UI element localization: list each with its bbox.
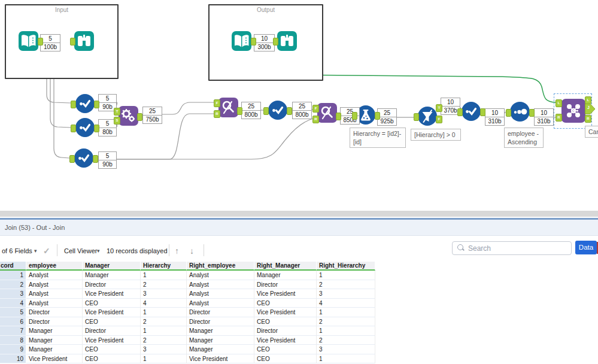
table-cell[interactable]: Vice President [26,354,83,364]
chevron-down-icon[interactable]: ▾ [34,244,37,257]
table-cell[interactable]: Vice President [83,308,141,317]
table-cell[interactable]: Manager [187,345,254,354]
table-cell[interactable]: Analyst [26,280,83,290]
input-anchor-r[interactable]: R [214,110,220,118]
table-cell[interactable]: 2 [317,336,375,345]
table-cell[interactable]: Manager [26,345,83,354]
tool-browse-1[interactable] [74,31,94,51]
input-anchor-f[interactable]: F [312,105,319,113]
input-anchor[interactable] [263,107,269,115]
record-number-cell[interactable]: 2 [0,280,26,290]
table-cell[interactable]: 3 [141,289,187,299]
fields-dropdown[interactable]: of 6 Fields [2,244,32,257]
table-cell[interactable]: 4 [317,299,375,308]
table-cell[interactable]: CEO [83,317,141,327]
table-cell[interactable]: Analyst [187,299,254,308]
table-cell[interactable]: 4 [141,299,187,308]
table-cell[interactable]: 1 [317,326,375,336]
table-cell[interactable]: Vice President [254,336,317,345]
input-anchor[interactable] [506,109,511,117]
table-cell[interactable]: Manager [83,271,141,280]
output-anchor[interactable] [94,101,99,108]
output-anchor[interactable] [375,112,380,120]
column-header[interactable]: Right_employee [187,262,254,271]
down-arrow-icon[interactable]: ↓ [190,244,194,257]
table-cell[interactable]: Director [254,326,317,336]
table-cell[interactable]: CEO [83,299,141,308]
table-cell[interactable]: Director [187,308,254,317]
tool-select-3[interactable] [74,148,93,168]
output-anchor[interactable] [287,107,292,115]
table-cell[interactable]: 3 [317,289,375,299]
record-number-cell[interactable]: 8 [0,336,26,345]
tool-browse-2[interactable] [277,31,297,51]
tool-filter[interactable] [418,107,437,126]
input-anchor[interactable] [71,101,76,108]
record-number-cell[interactable]: 7 [0,326,26,336]
output-anchor[interactable] [137,113,142,121]
tool-append-fields[interactable] [119,106,138,126]
tool-select-4[interactable] [268,101,287,120]
output-anchor[interactable] [251,38,256,46]
table-cell[interactable]: 1 [141,308,187,317]
table-cell[interactable]: Vice President [254,289,317,299]
column-header[interactable]: Right_Hierarchy [317,262,375,271]
record-number-cell[interactable]: 10 [0,354,26,364]
workflow-canvas[interactable]: Input Output [0,0,598,211]
table-cell[interactable]: 2 [141,317,187,327]
input-anchor-r[interactable]: R [312,116,319,123]
table-cell[interactable]: 3 [317,345,375,354]
record-number-cell[interactable]: 9 [0,345,26,354]
tool-input-data-1[interactable] [19,31,38,51]
table-cell[interactable]: 2 [141,336,187,345]
table-cell[interactable]: Analyst [26,271,83,280]
table-cell[interactable]: 3 [141,345,187,354]
table-cell[interactable]: Director [254,280,317,290]
table-cell[interactable]: Director [83,326,141,336]
input-anchor[interactable] [69,155,75,163]
input-anchor[interactable] [273,38,278,46]
output-anchor-f[interactable]: F [436,116,442,123]
input-anchor-f[interactable]: F [214,99,220,107]
up-arrow-icon[interactable]: ↑ [175,244,179,257]
input-anchor[interactable] [352,112,357,120]
output-anchor-r[interactable]: R [585,115,591,123]
table-cell[interactable]: Manager [26,336,83,345]
output-anchor[interactable] [38,38,43,46]
table-cell[interactable]: Analyst [187,289,254,299]
output-anchor[interactable] [237,107,242,115]
table-cell[interactable]: 1 [141,326,187,336]
cell-viewer-dropdown[interactable]: Cell Viewer [64,244,97,257]
input-anchor-s[interactable]: S [114,117,120,125]
table-cell[interactable]: Analyst [26,289,83,299]
input-anchor[interactable] [414,113,419,121]
record-number-cell[interactable]: 3 [0,289,26,299]
column-header[interactable]: cord [0,262,26,271]
input-anchor[interactable] [71,125,76,132]
input-anchor[interactable] [457,108,463,116]
column-header[interactable]: Right_Manager [254,262,317,271]
table-cell[interactable]: Vice President [83,289,141,299]
table-cell[interactable]: 1 [141,271,187,280]
table-cell[interactable]: Manager [187,336,254,345]
record-number-cell[interactable]: 4 [0,299,26,308]
table-cell[interactable]: Analyst [187,280,254,290]
tool-find-replace-1[interactable] [218,98,238,117]
table-cell[interactable]: 1 [317,354,375,364]
tool-select-1[interactable] [75,94,95,113]
input-anchor[interactable] [70,38,75,46]
input-anchor-t[interactable]: T [114,108,120,116]
output-anchor-t[interactable]: T [436,104,442,112]
data-button[interactable]: Data [575,241,597,254]
tool-select-2[interactable] [75,118,95,137]
table-cell[interactable]: CEO [254,345,317,354]
output-anchor[interactable] [336,113,341,120]
column-header[interactable]: employee [26,262,83,271]
table-cell[interactable]: Analyst [187,271,254,280]
annotation-filter[interactable]: [Hierarchy] > 0 [411,129,461,141]
tool-find-replace-2[interactable] [317,103,337,123]
input-anchor-r[interactable]: R [555,114,562,122]
table-cell[interactable]: Director [26,308,83,317]
table-cell[interactable]: Vice President [254,308,317,317]
search-box[interactable] [452,241,572,255]
